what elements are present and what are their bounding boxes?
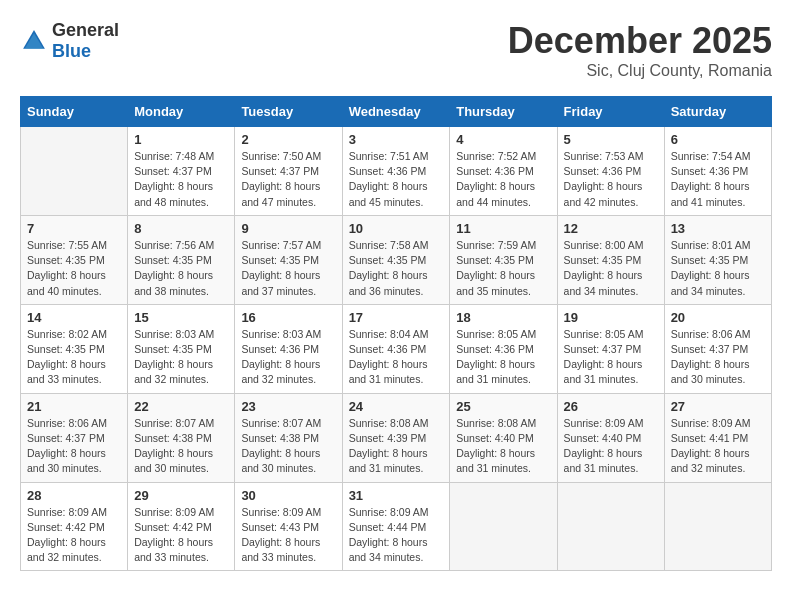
calendar: SundayMondayTuesdayWednesdayThursdayFrid…: [20, 96, 772, 571]
day-info: Sunrise: 8:00 AMSunset: 4:35 PMDaylight:…: [564, 238, 658, 299]
day-number: 7: [27, 221, 121, 236]
day-info: Sunrise: 7:59 AMSunset: 4:35 PMDaylight:…: [456, 238, 550, 299]
day-info: Sunrise: 7:48 AMSunset: 4:37 PMDaylight:…: [134, 149, 228, 210]
day-number: 30: [241, 488, 335, 503]
day-number: 24: [349, 399, 444, 414]
calendar-cell: 22Sunrise: 8:07 AMSunset: 4:38 PMDayligh…: [128, 393, 235, 482]
day-info: Sunrise: 7:50 AMSunset: 4:37 PMDaylight:…: [241, 149, 335, 210]
calendar-cell: 19Sunrise: 8:05 AMSunset: 4:37 PMDayligh…: [557, 304, 664, 393]
location: Sic, Cluj County, Romania: [508, 62, 772, 80]
day-header-friday: Friday: [557, 97, 664, 127]
calendar-cell: 23Sunrise: 8:07 AMSunset: 4:38 PMDayligh…: [235, 393, 342, 482]
calendar-week-row: 7Sunrise: 7:55 AMSunset: 4:35 PMDaylight…: [21, 215, 772, 304]
calendar-week-row: 14Sunrise: 8:02 AMSunset: 4:35 PMDayligh…: [21, 304, 772, 393]
calendar-cell: 13Sunrise: 8:01 AMSunset: 4:35 PMDayligh…: [664, 215, 771, 304]
calendar-cell: 18Sunrise: 8:05 AMSunset: 4:36 PMDayligh…: [450, 304, 557, 393]
day-info: Sunrise: 8:08 AMSunset: 4:39 PMDaylight:…: [349, 416, 444, 477]
day-number: 21: [27, 399, 121, 414]
calendar-cell: 31Sunrise: 8:09 AMSunset: 4:44 PMDayligh…: [342, 482, 450, 571]
calendar-week-row: 21Sunrise: 8:06 AMSunset: 4:37 PMDayligh…: [21, 393, 772, 482]
calendar-cell: 25Sunrise: 8:08 AMSunset: 4:40 PMDayligh…: [450, 393, 557, 482]
day-info: Sunrise: 7:56 AMSunset: 4:35 PMDaylight:…: [134, 238, 228, 299]
day-info: Sunrise: 7:51 AMSunset: 4:36 PMDaylight:…: [349, 149, 444, 210]
calendar-cell: 15Sunrise: 8:03 AMSunset: 4:35 PMDayligh…: [128, 304, 235, 393]
day-number: 8: [134, 221, 228, 236]
title-area: December 2025 Sic, Cluj County, Romania: [508, 20, 772, 80]
day-info: Sunrise: 8:07 AMSunset: 4:38 PMDaylight:…: [134, 416, 228, 477]
calendar-cell: 1Sunrise: 7:48 AMSunset: 4:37 PMDaylight…: [128, 127, 235, 216]
calendar-cell: 20Sunrise: 8:06 AMSunset: 4:37 PMDayligh…: [664, 304, 771, 393]
calendar-cell: 24Sunrise: 8:08 AMSunset: 4:39 PMDayligh…: [342, 393, 450, 482]
day-number: 9: [241, 221, 335, 236]
calendar-cell: 21Sunrise: 8:06 AMSunset: 4:37 PMDayligh…: [21, 393, 128, 482]
day-info: Sunrise: 8:09 AMSunset: 4:42 PMDaylight:…: [27, 505, 121, 566]
day-number: 10: [349, 221, 444, 236]
month-title: December 2025: [508, 20, 772, 62]
day-number: 17: [349, 310, 444, 325]
day-header-sunday: Sunday: [21, 97, 128, 127]
day-number: 19: [564, 310, 658, 325]
day-info: Sunrise: 8:09 AMSunset: 4:44 PMDaylight:…: [349, 505, 444, 566]
day-info: Sunrise: 8:09 AMSunset: 4:41 PMDaylight:…: [671, 416, 765, 477]
day-info: Sunrise: 8:09 AMSunset: 4:40 PMDaylight:…: [564, 416, 658, 477]
day-number: 11: [456, 221, 550, 236]
calendar-cell: 12Sunrise: 8:00 AMSunset: 4:35 PMDayligh…: [557, 215, 664, 304]
calendar-cell: 8Sunrise: 7:56 AMSunset: 4:35 PMDaylight…: [128, 215, 235, 304]
calendar-cell: 3Sunrise: 7:51 AMSunset: 4:36 PMDaylight…: [342, 127, 450, 216]
day-info: Sunrise: 7:54 AMSunset: 4:36 PMDaylight:…: [671, 149, 765, 210]
day-number: 22: [134, 399, 228, 414]
day-number: 13: [671, 221, 765, 236]
day-number: 4: [456, 132, 550, 147]
svg-marker-1: [25, 33, 44, 49]
day-info: Sunrise: 8:05 AMSunset: 4:36 PMDaylight:…: [456, 327, 550, 388]
day-header-tuesday: Tuesday: [235, 97, 342, 127]
calendar-cell: 4Sunrise: 7:52 AMSunset: 4:36 PMDaylight…: [450, 127, 557, 216]
logo-icon: [20, 27, 48, 55]
calendar-cell: 11Sunrise: 7:59 AMSunset: 4:35 PMDayligh…: [450, 215, 557, 304]
logo: General Blue: [20, 20, 119, 62]
calendar-cell: 30Sunrise: 8:09 AMSunset: 4:43 PMDayligh…: [235, 482, 342, 571]
day-info: Sunrise: 8:03 AMSunset: 4:36 PMDaylight:…: [241, 327, 335, 388]
calendar-cell: 14Sunrise: 8:02 AMSunset: 4:35 PMDayligh…: [21, 304, 128, 393]
calendar-cell: 6Sunrise: 7:54 AMSunset: 4:36 PMDaylight…: [664, 127, 771, 216]
day-number: 26: [564, 399, 658, 414]
day-info: Sunrise: 8:04 AMSunset: 4:36 PMDaylight:…: [349, 327, 444, 388]
calendar-cell: [450, 482, 557, 571]
calendar-cell: [557, 482, 664, 571]
day-info: Sunrise: 8:08 AMSunset: 4:40 PMDaylight:…: [456, 416, 550, 477]
day-info: Sunrise: 8:05 AMSunset: 4:37 PMDaylight:…: [564, 327, 658, 388]
day-number: 3: [349, 132, 444, 147]
day-number: 28: [27, 488, 121, 503]
calendar-cell: [664, 482, 771, 571]
day-number: 12: [564, 221, 658, 236]
day-header-saturday: Saturday: [664, 97, 771, 127]
day-number: 20: [671, 310, 765, 325]
day-info: Sunrise: 7:53 AMSunset: 4:36 PMDaylight:…: [564, 149, 658, 210]
day-number: 5: [564, 132, 658, 147]
day-number: 18: [456, 310, 550, 325]
day-info: Sunrise: 8:06 AMSunset: 4:37 PMDaylight:…: [671, 327, 765, 388]
day-number: 2: [241, 132, 335, 147]
day-header-wednesday: Wednesday: [342, 97, 450, 127]
calendar-cell: 26Sunrise: 8:09 AMSunset: 4:40 PMDayligh…: [557, 393, 664, 482]
day-number: 16: [241, 310, 335, 325]
day-info: Sunrise: 8:09 AMSunset: 4:43 PMDaylight:…: [241, 505, 335, 566]
calendar-cell: 10Sunrise: 7:58 AMSunset: 4:35 PMDayligh…: [342, 215, 450, 304]
calendar-cell: 7Sunrise: 7:55 AMSunset: 4:35 PMDaylight…: [21, 215, 128, 304]
day-number: 15: [134, 310, 228, 325]
calendar-week-row: 28Sunrise: 8:09 AMSunset: 4:42 PMDayligh…: [21, 482, 772, 571]
day-info: Sunrise: 8:06 AMSunset: 4:37 PMDaylight:…: [27, 416, 121, 477]
calendar-body: 1Sunrise: 7:48 AMSunset: 4:37 PMDaylight…: [21, 127, 772, 571]
day-info: Sunrise: 7:57 AMSunset: 4:35 PMDaylight:…: [241, 238, 335, 299]
calendar-cell: 28Sunrise: 8:09 AMSunset: 4:42 PMDayligh…: [21, 482, 128, 571]
day-number: 31: [349, 488, 444, 503]
calendar-cell: 9Sunrise: 7:57 AMSunset: 4:35 PMDaylight…: [235, 215, 342, 304]
day-info: Sunrise: 8:01 AMSunset: 4:35 PMDaylight:…: [671, 238, 765, 299]
day-number: 29: [134, 488, 228, 503]
calendar-cell: 2Sunrise: 7:50 AMSunset: 4:37 PMDaylight…: [235, 127, 342, 216]
calendar-cell: 17Sunrise: 8:04 AMSunset: 4:36 PMDayligh…: [342, 304, 450, 393]
day-info: Sunrise: 8:02 AMSunset: 4:35 PMDaylight:…: [27, 327, 121, 388]
header: General Blue December 2025 Sic, Cluj Cou…: [20, 20, 772, 80]
calendar-cell: 5Sunrise: 7:53 AMSunset: 4:36 PMDaylight…: [557, 127, 664, 216]
day-number: 6: [671, 132, 765, 147]
